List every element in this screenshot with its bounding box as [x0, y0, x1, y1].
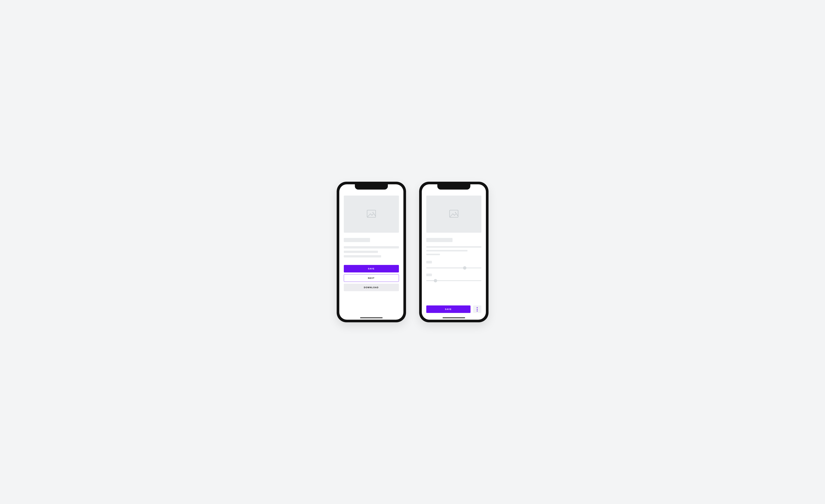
slider-label-placeholder	[426, 261, 432, 264]
phone-mockup-left: SAVE NEXT DOWNLOAD	[337, 182, 406, 322]
paragraph-placeholder	[344, 246, 399, 260]
download-button[interactable]: DOWNLOAD	[344, 284, 399, 291]
more-options-button[interactable]	[473, 305, 481, 313]
save-button[interactable]: SAVE	[426, 305, 470, 313]
image-placeholder-icon	[449, 209, 459, 220]
save-button[interactable]: SAVE	[344, 265, 399, 273]
image-placeholder-icon	[366, 209, 377, 220]
paragraph-placeholder	[426, 246, 481, 258]
phone-screen-right: SAVE	[422, 184, 486, 320]
title-placeholder	[344, 238, 370, 242]
home-indicator	[360, 317, 383, 318]
svg-point-1	[372, 212, 373, 213]
hero-image-placeholder	[344, 196, 399, 233]
svg-point-3	[455, 212, 456, 213]
next-button[interactable]: NEXT	[344, 274, 399, 282]
phone-screen-left: SAVE NEXT DOWNLOAD	[339, 184, 403, 320]
device-notch	[355, 184, 388, 190]
slider-1[interactable]	[426, 267, 481, 270]
slider-2[interactable]	[426, 279, 481, 282]
title-placeholder	[426, 238, 453, 242]
hero-image-placeholder	[426, 196, 481, 233]
slider-thumb[interactable]	[463, 266, 466, 270]
more-vertical-icon	[477, 307, 478, 312]
device-notch	[437, 184, 470, 190]
phone-mockup-right: SAVE	[419, 182, 489, 322]
slider-thumb[interactable]	[434, 279, 437, 282]
slider-label-placeholder	[426, 274, 432, 276]
home-indicator	[443, 317, 465, 318]
